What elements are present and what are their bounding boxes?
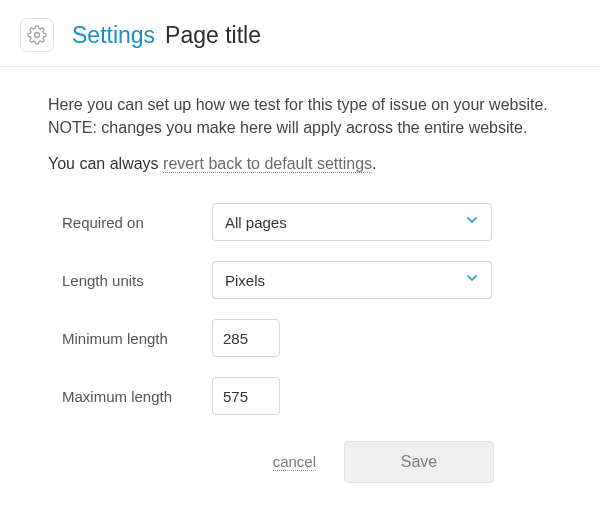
length-units-value: Pixels [225, 272, 265, 289]
settings-content: Here you can set up how we test for this… [0, 67, 600, 503]
revert-prefix: You can always [48, 155, 163, 172]
revert-line: You can always revert back to default se… [48, 155, 552, 173]
required-on-row: Required on All pages [62, 203, 552, 241]
save-button[interactable]: Save [344, 441, 494, 483]
required-on-label: Required on [62, 214, 212, 231]
max-length-input[interactable] [212, 377, 280, 415]
revert-suffix: . [372, 155, 376, 172]
revert-link[interactable]: revert back to default settings [163, 155, 372, 173]
length-units-row: Length units Pixels [62, 261, 552, 299]
settings-header: Settings Page title [0, 0, 600, 67]
min-length-label: Minimum length [62, 330, 212, 347]
required-on-value: All pages [225, 214, 287, 231]
min-length-input[interactable] [212, 319, 280, 357]
settings-label: Settings [72, 22, 155, 49]
length-units-select[interactable]: Pixels [212, 261, 492, 299]
description-text: Here you can set up how we test for this… [48, 93, 552, 139]
svg-point-0 [35, 33, 40, 38]
required-on-select-wrap: All pages [212, 203, 492, 241]
min-length-row: Minimum length [62, 319, 552, 357]
max-length-row: Maximum length [62, 377, 552, 415]
settings-form: Required on All pages Length units Pixel… [48, 203, 552, 415]
form-actions: cancel Save [48, 441, 552, 483]
gear-icon [20, 18, 54, 52]
page-title: Page title [165, 22, 261, 49]
cancel-button[interactable]: cancel [273, 453, 316, 471]
max-length-label: Maximum length [62, 388, 212, 405]
length-units-select-wrap: Pixels [212, 261, 492, 299]
length-units-label: Length units [62, 272, 212, 289]
required-on-select[interactable]: All pages [212, 203, 492, 241]
